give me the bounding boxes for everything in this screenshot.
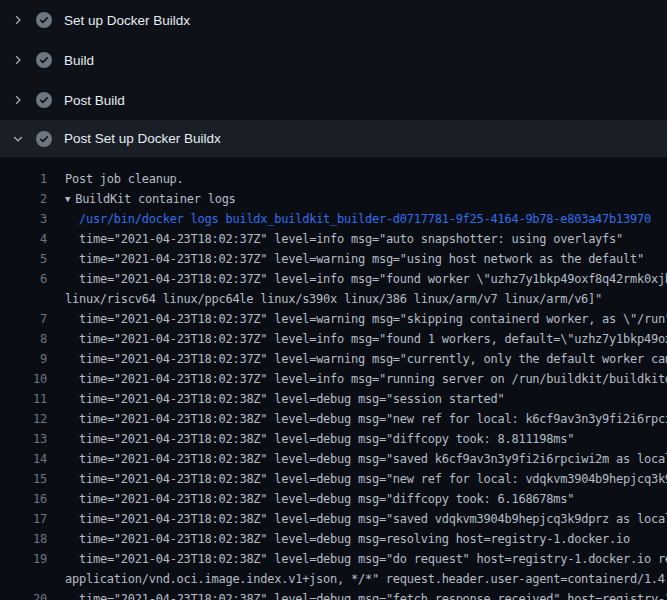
log-line-text: time="2021-04-23T18:02:38Z" level=debug … xyxy=(79,549,667,569)
step-row[interactable]: Post Build xyxy=(0,80,667,120)
log-area: 1 Post job cleanup. 2 ▼BuildKit containe… xyxy=(0,157,667,600)
chevron-down-icon xyxy=(12,133,24,145)
log-line-text: time="2021-04-23T18:02:38Z" level=debug … xyxy=(79,529,630,549)
log-line-text: time="2021-04-23T18:02:38Z" level=debug … xyxy=(79,409,667,429)
log-line-text: Post job cleanup. xyxy=(65,169,184,189)
log-line-text: application/vnd.oci.image.index.v1+json,… xyxy=(65,569,665,589)
log-line: 14 time="2021-04-23T18:02:38Z" level=deb… xyxy=(0,449,667,469)
line-number[interactable]: 12 xyxy=(0,409,47,429)
step-title: Build xyxy=(64,53,94,68)
log-line-text: /usr/bin/docker logs buildx_buildkit_bui… xyxy=(79,209,651,229)
log-line: 5 time="2021-04-23T18:02:37Z" level=warn… xyxy=(0,249,667,269)
line-number[interactable]: 19 xyxy=(0,549,47,569)
line-number[interactable]: 8 xyxy=(0,329,47,349)
log-line: 3 /usr/bin/docker logs buildx_buildkit_b… xyxy=(0,209,667,229)
log-line-text: time="2021-04-23T18:02:37Z" level=warnin… xyxy=(79,309,667,329)
log-line: 16 time="2021-04-23T18:02:38Z" level=deb… xyxy=(0,489,667,509)
line-number[interactable]: 17 xyxy=(0,509,47,529)
line-number[interactable]: 10 xyxy=(0,369,47,389)
log-line: 7 time="2021-04-23T18:02:37Z" level=warn… xyxy=(0,309,667,329)
line-number[interactable]: 5 xyxy=(0,249,47,269)
step-row[interactable]: Post Set up Docker Buildx xyxy=(0,120,667,157)
log-line: 17 time="2021-04-23T18:02:38Z" level=deb… xyxy=(0,509,667,529)
steps-list: Set up Docker Buildx Build Post Build Po… xyxy=(0,0,667,157)
line-number[interactable]: 14 xyxy=(0,449,47,469)
log-line-text: time="2021-04-23T18:02:38Z" level=debug … xyxy=(79,389,504,409)
job-log-viewer: Set up Docker Buildx Build Post Build Po… xyxy=(0,0,667,600)
line-number[interactable]: 16 xyxy=(0,489,47,509)
log-line-text: time="2021-04-23T18:02:37Z" level=info m… xyxy=(79,269,667,289)
log-line-text: time="2021-04-23T18:02:37Z" level=info m… xyxy=(79,329,667,349)
log-line: 10 time="2021-04-23T18:02:37Z" level=inf… xyxy=(0,369,667,389)
step-title: Post Build xyxy=(64,93,125,108)
check-circle-icon xyxy=(36,92,52,108)
check-circle-icon xyxy=(36,131,52,147)
log-line-text: linux/riscv64 linux/ppc64le linux/s390x … xyxy=(65,289,602,309)
log-line-text: time="2021-04-23T18:02:38Z" level=debug … xyxy=(79,429,574,449)
collapse-triangle-icon[interactable]: ▼ xyxy=(65,189,70,209)
log-line: 19 time="2021-04-23T18:02:38Z" level=deb… xyxy=(0,549,667,569)
line-number[interactable]: 6 xyxy=(0,269,47,289)
log-line-text: time="2021-04-23T18:02:37Z" level=warnin… xyxy=(79,249,644,269)
step-title: Set up Docker Buildx xyxy=(64,13,190,28)
log-line: 8 time="2021-04-23T18:02:37Z" level=info… xyxy=(0,329,667,349)
line-number[interactable]: 20 xyxy=(0,589,47,600)
log-line-text: time="2021-04-23T18:02:38Z" level=debug … xyxy=(79,449,667,469)
check-circle-icon xyxy=(36,52,52,68)
line-number[interactable]: 2 xyxy=(0,189,47,209)
check-circle-icon xyxy=(36,12,52,28)
log-line: 12 time="2021-04-23T18:02:38Z" level=deb… xyxy=(0,409,667,429)
step-row[interactable]: Build xyxy=(0,40,667,80)
line-number[interactable]: 9 xyxy=(0,349,47,369)
log-line-text: time="2021-04-23T18:02:37Z" level=info m… xyxy=(79,229,623,249)
log-line: 15 time="2021-04-23T18:02:38Z" level=deb… xyxy=(0,469,667,489)
log-line: 20 time="2021-04-23T18:02:38Z" level=deb… xyxy=(0,589,667,600)
line-number[interactable]: 15 xyxy=(0,469,47,489)
line-number[interactable]: 4 xyxy=(0,229,47,249)
chevron-right-icon xyxy=(12,54,24,66)
chevron-right-icon xyxy=(12,94,24,106)
log-line-text: time="2021-04-23T18:02:38Z" level=debug … xyxy=(79,469,667,489)
line-number[interactable]: 1 xyxy=(0,169,47,189)
log-line: 1 Post job cleanup. xyxy=(0,169,667,189)
step-title: Post Set up Docker Buildx xyxy=(64,131,221,146)
log-line: 6 time="2021-04-23T18:02:37Z" level=info… xyxy=(0,269,667,289)
line-number[interactable]: 7 xyxy=(0,309,47,329)
log-line-text: time="2021-04-23T18:02:37Z" level=info m… xyxy=(79,369,667,389)
log-line: 13 time="2021-04-23T18:02:38Z" level=deb… xyxy=(0,429,667,449)
log-line: application/vnd.oci.image.index.v1+json,… xyxy=(0,569,667,589)
log-line-text: time="2021-04-23T18:02:37Z" level=warnin… xyxy=(79,349,667,369)
line-number[interactable]: 13 xyxy=(0,429,47,449)
log-line: 4 time="2021-04-23T18:02:37Z" level=info… xyxy=(0,229,667,249)
line-number[interactable]: 18 xyxy=(0,529,47,549)
log-line-text: ▼BuildKit container logs xyxy=(65,189,236,209)
log-line: linux/riscv64 linux/ppc64le linux/s390x … xyxy=(0,289,667,309)
log-line-text: time="2021-04-23T18:02:38Z" level=debug … xyxy=(79,509,667,529)
log-line: 9 time="2021-04-23T18:02:37Z" level=warn… xyxy=(0,349,667,369)
log-line-text: time="2021-04-23T18:02:38Z" level=debug … xyxy=(79,489,574,509)
log-line-text: time="2021-04-23T18:02:38Z" level=debug … xyxy=(79,589,667,600)
step-row[interactable]: Set up Docker Buildx xyxy=(0,0,667,40)
log-line: 11 time="2021-04-23T18:02:38Z" level=deb… xyxy=(0,389,667,409)
log-line[interactable]: 2 ▼BuildKit container logs xyxy=(0,189,667,209)
line-number[interactable] xyxy=(0,289,47,309)
line-number[interactable]: 3 xyxy=(0,209,47,229)
chevron-right-icon xyxy=(12,14,24,26)
line-number[interactable] xyxy=(0,569,47,589)
line-number[interactable]: 11 xyxy=(0,389,47,409)
log-line: 18 time="2021-04-23T18:02:38Z" level=deb… xyxy=(0,529,667,549)
